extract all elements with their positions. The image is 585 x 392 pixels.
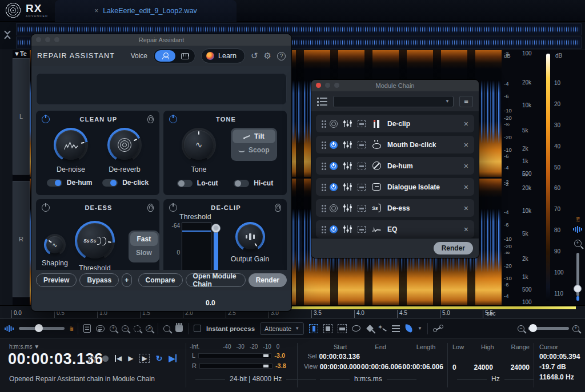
view-end[interactable]: 00:00:06.006: [361, 363, 402, 371]
zoom-reset-icon[interactable]: ↗: [146, 325, 153, 332]
de-click-toggle[interactable]: [102, 179, 118, 187]
waveform-view-icon[interactable]: [5, 325, 14, 332]
remove-module-icon[interactable]: ×: [464, 204, 468, 213]
render-button[interactable]: Render: [249, 273, 287, 287]
sel-start[interactable]: 00:00:03.136: [319, 353, 360, 361]
module-settings-icon[interactable]: [344, 120, 351, 127]
module-row[interactable]: De-ess ×: [316, 199, 474, 217]
zoom-selection-icon[interactable]: [134, 325, 141, 332]
hi-cut-toggle[interactable]: [234, 180, 249, 187]
render-button[interactable]: Render: [434, 242, 473, 254]
play-icon[interactable]: ▶: [128, 355, 133, 362]
minimize-window-icon[interactable]: [45, 37, 50, 42]
comment-icon[interactable]: [96, 325, 105, 332]
module-selection-icon[interactable]: [358, 184, 366, 191]
module-settings-icon[interactable]: [344, 204, 351, 212]
preset-dropdown[interactable]: ▼: [333, 96, 454, 107]
horizontal-zoom-slider[interactable]: [528, 327, 569, 330]
fast-option[interactable]: Fast: [130, 232, 158, 246]
de-reverb-knob[interactable]: [107, 128, 142, 162]
tilt-option[interactable]: Tilt: [233, 130, 275, 143]
module-power-icon[interactable]: [330, 225, 338, 233]
de-clip-power-icon[interactable]: [169, 204, 177, 212]
zoom-in-icon[interactable]: +: [110, 325, 117, 332]
clean-up-power-icon[interactable]: [42, 115, 50, 123]
close-window-icon[interactable]: [36, 37, 41, 42]
process-mode-dropdown[interactable]: Attenuate ▼: [260, 322, 304, 335]
slow-option[interactable]: Slow: [130, 246, 158, 260]
drag-handle-icon[interactable]: [322, 142, 323, 143]
minimize-window-icon[interactable]: [325, 83, 330, 88]
horizontal-zoom-slider-handle[interactable]: [529, 324, 537, 332]
hand-tool-icon[interactable]: [175, 325, 183, 332]
window-controls[interactable]: [316, 83, 339, 88]
time-selection-tool[interactable]: [309, 324, 318, 333]
zoom-out-icon[interactable]: −: [122, 325, 129, 332]
go-to-start-icon[interactable]: ◀: [115, 355, 122, 362]
loop-icon[interactable]: ↻: [156, 354, 163, 362]
history-icon[interactable]: ↺: [251, 51, 258, 61]
frequency-selection-tool[interactable]: [338, 324, 347, 333]
compare-button[interactable]: Compare: [138, 273, 183, 287]
ear-icon[interactable]: [275, 204, 281, 212]
channel-header-left[interactable]: L: [13, 58, 30, 175]
lasso-tool[interactable]: [351, 325, 360, 332]
go-to-end-icon[interactable]: ▶: [169, 354, 177, 362]
module-row[interactable]: De-hum ×: [316, 157, 474, 175]
zoom-window-icon[interactable]: [54, 37, 59, 42]
module-selection-icon[interactable]: [358, 205, 366, 212]
horizontal-zoom-in-icon[interactable]: +: [572, 325, 579, 332]
music-mode-button[interactable]: [177, 50, 194, 62]
tone-knob[interactable]: ∿: [182, 128, 216, 162]
remove-module-icon[interactable]: ×: [464, 119, 468, 128]
module-settings-icon[interactable]: [344, 162, 351, 169]
ear-icon[interactable]: [147, 115, 154, 123]
remove-module-icon[interactable]: ×: [464, 140, 468, 149]
monitor-icon[interactable]: [89, 356, 96, 361]
drag-handle-icon[interactable]: [322, 120, 323, 122]
remove-module-icon[interactable]: ×: [464, 183, 468, 192]
add-button[interactable]: +: [122, 273, 131, 287]
attenuation-lines-tool[interactable]: [392, 325, 400, 332]
view-length[interactable]: 00:00:06.006: [403, 363, 444, 371]
lo-cut-toggle[interactable]: [177, 180, 193, 187]
preview-button[interactable]: Preview: [36, 273, 77, 287]
vertical-zoom-slider[interactable]: [576, 253, 579, 296]
gear-icon[interactable]: ⚙: [264, 51, 271, 61]
instant-process-checkbox[interactable]: [194, 325, 201, 332]
magic-wand-tool[interactable]: [378, 325, 387, 333]
scoop-option[interactable]: Scoop: [233, 143, 275, 157]
vertical-zoom-slider-handle[interactable]: [574, 285, 582, 293]
notes-icon[interactable]: [83, 324, 91, 333]
module-selection-icon[interactable]: [358, 163, 366, 169]
de-noise-knob[interactable]: [54, 128, 88, 162]
module-row[interactable]: Dialogue Isolate ×: [316, 178, 474, 196]
module-power-icon[interactable]: [330, 204, 338, 212]
signal-flow-icon[interactable]: [433, 325, 443, 333]
record-icon[interactable]: [102, 355, 109, 362]
module-power-icon[interactable]: [330, 120, 338, 128]
freq-high[interactable]: 24000: [474, 363, 492, 371]
module-power-icon[interactable]: [330, 162, 338, 170]
de-hum-toggle[interactable]: [47, 179, 62, 187]
module-chain-titlebar[interactable]: Module Chain: [311, 80, 479, 91]
freq-range[interactable]: 24000: [511, 363, 530, 371]
find-icon[interactable]: [163, 325, 170, 332]
tone-power-icon[interactable]: [169, 115, 177, 123]
feather-tool[interactable]: [404, 324, 413, 333]
file-tab[interactable]: × LakeEerie_edit_9_Loop2.wav: [55, 0, 237, 22]
learn-button[interactable]: Learn: [201, 49, 245, 63]
time-format-selector[interactable]: h:m:s.ms ▼: [9, 343, 39, 350]
module-selection-icon[interactable]: [358, 120, 366, 127]
play-selection-icon[interactable]: ▶: [139, 354, 149, 363]
waveform-spectrogram-blend-slider[interactable]: [19, 327, 65, 330]
open-module-chain-button[interactable]: Open Module Chain: [186, 273, 246, 287]
blend-slider-handle[interactable]: [35, 324, 43, 332]
remove-module-icon[interactable]: ×: [464, 161, 468, 171]
feather-dropdown-icon[interactable]: ▼: [418, 326, 422, 331]
module-settings-icon[interactable]: [344, 141, 351, 148]
drag-handle-icon[interactable]: [322, 163, 323, 164]
module-settings-icon[interactable]: [344, 183, 351, 191]
spectrogram-view-icon[interactable]: ≈≈: [570, 217, 585, 221]
zoom-window-icon[interactable]: [334, 83, 339, 88]
